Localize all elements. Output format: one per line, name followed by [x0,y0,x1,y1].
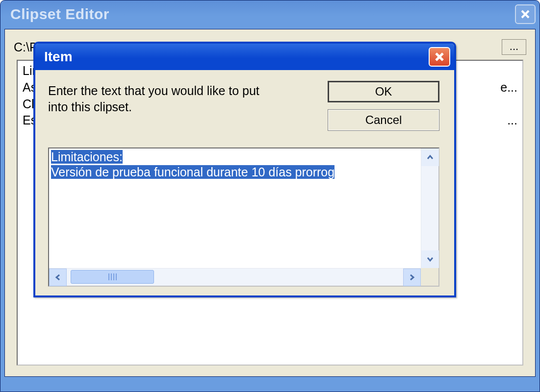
text-content[interactable]: Limitaciones: Versión de prueba funciona… [49,148,421,268]
scroll-down-button[interactable] [421,250,439,268]
selected-text-line1: Limitaciones: [51,150,123,164]
dialog-title: Item [44,49,73,65]
dialog-prompt: Enter the text that you would like to pu… [48,83,274,115]
chevron-right-icon [409,274,415,281]
chevron-left-icon [54,274,61,281]
thumb-grip-icon [108,273,117,280]
dialog-close-button[interactable] [429,47,450,67]
scroll-right-button[interactable] [403,269,421,286]
scrollbar-corner [421,268,438,286]
chevron-up-icon [427,154,434,161]
browse-button[interactable]: ... [502,39,526,55]
close-icon [520,9,530,19]
clipset-text-input[interactable]: Limitaciones: Versión de prueba funciona… [48,147,439,287]
horizontal-scrollbar[interactable] [49,268,421,286]
dialog-body: Enter the text that you would like to pu… [35,70,454,295]
cancel-button[interactable]: Cancel [328,109,439,131]
main-titlebar[interactable]: Clipset Editor [0,0,540,28]
dialog-titlebar[interactable]: Item [35,44,454,70]
selected-text-line2: Versión de prueba funcional durante 10 d… [51,165,334,179]
main-window-title: Clipset Editor [10,6,109,23]
ok-button[interactable]: OK [328,81,439,102]
vertical-scrollbar[interactable] [421,148,438,268]
item-dialog: Item Enter the text that you would like … [33,42,456,297]
scroll-left-button[interactable] [49,269,67,286]
scroll-up-button[interactable] [421,148,439,166]
main-close-button[interactable] [515,4,536,24]
close-icon [435,52,444,62]
scrollbar-thumb[interactable] [71,270,154,284]
chevron-down-icon [427,256,434,263]
